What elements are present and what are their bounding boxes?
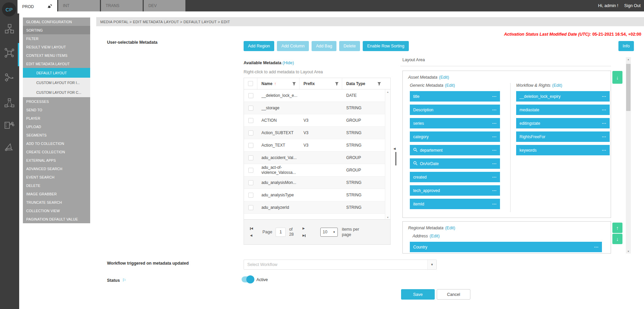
sidebar-item-filter[interactable]: FILTER xyxy=(23,34,90,43)
tab-int[interactable]: INT xyxy=(58,0,100,11)
sidebar-item-add-to-collection[interactable]: ADD TO COLLECTION xyxy=(23,139,90,148)
sidebar-item-custom-layout-for-i[interactable]: CUSTOM LAYOUT FOR I... xyxy=(23,78,90,87)
filter-icon[interactable] xyxy=(292,82,296,86)
table-row[interactable]: __storageSTRING xyxy=(244,102,390,114)
chip-options-icon[interactable] xyxy=(594,245,599,249)
sidebar-item-external-apps[interactable]: EXTERNAL APPS xyxy=(23,156,90,164)
table-row[interactable]: adu_analysisTypeSTRING xyxy=(244,189,390,201)
filter-icon[interactable] xyxy=(335,82,339,86)
row-checkbox[interactable] xyxy=(248,130,253,136)
sidebar-item-pagination-default-value[interactable]: PAGINATION DEFAULT VALUE xyxy=(23,215,90,223)
tab-prod[interactable]: PROD xyxy=(17,0,57,13)
table-scrollbar[interactable]: ▲ ▼ xyxy=(385,89,390,220)
tab-dev[interactable]: DEV xyxy=(144,0,185,11)
sidebar-item-truncate-search[interactable]: TRUNCATE SEARCH xyxy=(23,198,90,206)
group-edit-link[interactable]: (Edit) xyxy=(430,234,440,238)
table-row[interactable]: Action_TEXTV3STRING xyxy=(244,139,390,152)
chip-onairdate[interactable]: OnAirDate xyxy=(410,158,500,169)
filter-icon[interactable] xyxy=(377,82,381,86)
save-button[interactable]: Save xyxy=(401,289,435,300)
enable-row-sorting-button[interactable]: Enable Row Sorting xyxy=(363,41,408,51)
column-header-data-type[interactable]: Data Type xyxy=(342,78,384,89)
scroll-up-icon[interactable]: ▲ xyxy=(385,91,390,93)
logo-avatar[interactable]: CP xyxy=(2,2,16,16)
chip-keywords[interactable]: keywords xyxy=(516,145,610,155)
chip-itemid[interactable]: itemId xyxy=(410,199,500,209)
sidebar-item-player[interactable]: PLAYER xyxy=(23,114,90,122)
last-page-button[interactable]: ▶ xyxy=(302,234,306,237)
assets-cubes-icon[interactable] xyxy=(4,24,15,34)
collapse-panel-icon[interactable]: ◀ xyxy=(393,147,396,150)
chip-country[interactable]: Country xyxy=(410,242,602,252)
table-row[interactable]: __deletion_lock_e...DATE xyxy=(244,89,390,102)
table-row[interactable]: ACTIONV3GROUP xyxy=(244,114,390,127)
chip-options-icon[interactable] xyxy=(492,121,497,126)
chip-options-icon[interactable] xyxy=(492,202,497,206)
scroll-down-icon[interactable]: ▼ xyxy=(626,250,631,253)
info-button[interactable]: Info xyxy=(618,41,634,51)
chip-options-icon[interactable] xyxy=(492,161,497,166)
sidebar-item-processes[interactable]: PROCESSES xyxy=(23,97,90,106)
chip-options-icon[interactable] xyxy=(602,94,606,99)
group-edit-link[interactable]: (Edit) xyxy=(445,83,455,88)
table-row[interactable]: Action_SUBTEXTV3STRING xyxy=(244,127,390,139)
panel-splitter[interactable] xyxy=(395,152,396,165)
row-checkbox[interactable] xyxy=(248,155,253,160)
chip-options-icon[interactable] xyxy=(492,108,497,112)
sidebar-item-custom-layout-for-c[interactable]: CUSTOM LAYOUT FOR C... xyxy=(23,87,90,97)
delete-button[interactable]: Delete xyxy=(339,41,360,51)
chip-series[interactable]: series xyxy=(410,118,500,128)
routing-icon[interactable] xyxy=(4,72,15,83)
page-number-input[interactable] xyxy=(276,228,286,237)
dish-icon[interactable] xyxy=(4,142,15,153)
row-checkbox[interactable] xyxy=(248,180,253,185)
sidebar-item-global-configuration[interactable]: GLOBAL CONFIGURATION xyxy=(23,17,90,26)
move-region-down-button[interactable] xyxy=(612,234,622,244)
chip-options-icon[interactable] xyxy=(602,148,606,153)
chip-deletion-lock-expiry[interactable]: __deletion_lock_expiry xyxy=(516,91,610,102)
sign-out-link[interactable]: Sign Out xyxy=(624,3,641,8)
sidebar-item-segments[interactable]: SEGMENTS xyxy=(23,131,90,139)
row-checkbox[interactable] xyxy=(248,118,253,123)
scroll-down-icon[interactable]: ▼ xyxy=(385,216,390,219)
chip-options-icon[interactable] xyxy=(492,175,497,180)
row-checkbox[interactable] xyxy=(248,106,253,111)
chip-rightsfreefor[interactable]: RightsFreeFor xyxy=(516,131,610,142)
sidebar-item-event-search[interactable]: EVENT SEARCH xyxy=(23,173,90,181)
row-checkbox[interactable] xyxy=(248,93,253,98)
media-editing-icon[interactable] xyxy=(4,120,15,130)
sidebar-item-send-to[interactable]: SEND TO xyxy=(23,106,90,114)
sidebar-item-sorting[interactable]: SORTING xyxy=(23,26,90,34)
chip-mediastate[interactable]: mediastate xyxy=(516,105,610,115)
sidebar-item-upload[interactable]: UPLOAD xyxy=(23,122,90,131)
region-edit-link[interactable]: (Edit) xyxy=(445,226,455,230)
move-region-up-button[interactable] xyxy=(612,223,622,233)
sidebar-item-image-grabber[interactable]: IMAGE GRABBER xyxy=(23,190,90,198)
sidebar-item-context-menu-items[interactable]: CONTEXT MENU ITEMS xyxy=(23,51,90,60)
chip-options-icon[interactable] xyxy=(492,134,497,139)
layout-area-scrollbar[interactable]: ▲ ▼ xyxy=(626,57,631,254)
previous-page-button[interactable]: ◀ xyxy=(250,234,253,237)
region-edit-link[interactable]: (Edit) xyxy=(439,75,449,80)
first-page-button[interactable]: ◀ xyxy=(250,227,253,230)
cancel-button[interactable]: Cancel xyxy=(437,289,470,300)
chip-options-icon[interactable] xyxy=(492,94,497,99)
sidebar-item-edit-metadata-layout[interactable]: EDIT METADATA LAYOUT xyxy=(23,60,90,68)
scrollbar-thumb[interactable] xyxy=(626,64,631,111)
chip-departement[interactable]: departement xyxy=(410,145,500,155)
next-page-button[interactable]: ▶ xyxy=(302,227,306,230)
page-size-select[interactable]: 10 ▼ xyxy=(320,228,338,237)
sidebar-item-collection-view[interactable]: COLLECTION VIEW xyxy=(23,206,90,215)
chip-options-icon[interactable] xyxy=(492,148,497,153)
chip-options-icon[interactable] xyxy=(602,108,606,112)
chip-created[interactable]: created xyxy=(410,172,500,182)
row-checkbox[interactable] xyxy=(248,205,253,210)
process-cycle-icon[interactable] xyxy=(4,98,15,109)
table-row[interactable]: adu_analyzerIdSTRING xyxy=(244,201,390,214)
chip-options-icon[interactable] xyxy=(602,121,606,126)
column-header-prefix[interactable]: Prefix xyxy=(299,78,342,89)
chip-title[interactable]: title xyxy=(410,91,500,102)
table-row[interactable]: adu_accident_Val...GROUP xyxy=(244,152,390,164)
add-region-button[interactable]: Add Region xyxy=(244,41,274,51)
select-all-checkbox[interactable] xyxy=(248,81,253,86)
